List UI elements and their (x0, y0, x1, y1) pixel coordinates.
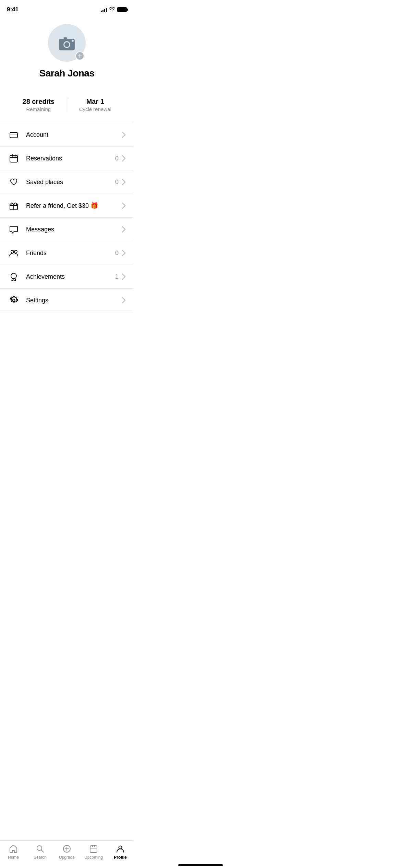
credits-label: Remaining (26, 106, 51, 112)
reservations-badge: 0 (115, 155, 119, 162)
svg-point-16 (11, 273, 16, 279)
saved-places-label: Saved places (26, 179, 113, 186)
status-icons (101, 7, 127, 13)
achievements-badge: 1 (115, 273, 119, 280)
message-icon (8, 224, 19, 235)
friends-chevron (122, 250, 125, 256)
account-label: Account (26, 131, 119, 138)
award-icon (8, 271, 19, 282)
refer-label: Refer a friend, Get $30 🎁 (26, 202, 119, 209)
friends-badge: 0 (115, 250, 119, 257)
stats-divider (67, 97, 67, 112)
refer-chevron (122, 203, 125, 209)
renewal-label: Cycle renewal (79, 106, 111, 112)
credits-value: 28 credits (23, 98, 54, 106)
svg-rect-7 (10, 155, 17, 162)
profile-section: Sarah Jonas (0, 17, 134, 89)
svg-point-4 (72, 40, 74, 42)
menu-item-reservations[interactable]: Reservations 0 (0, 147, 134, 170)
messages-chevron (122, 226, 125, 232)
credits-stat: 28 credits Remaining (14, 98, 63, 112)
battery-icon (117, 7, 127, 12)
svg-point-2 (64, 42, 69, 47)
calendar-icon (8, 153, 19, 164)
reservations-chevron (122, 155, 125, 161)
menu-item-saved-places[interactable]: Saved places 0 (0, 170, 134, 194)
svg-point-14 (11, 250, 14, 253)
friends-label: Friends (26, 250, 113, 257)
renewal-value: Mar 1 (86, 98, 104, 106)
reservations-label: Reservations (26, 155, 113, 162)
credit-card-icon (8, 129, 19, 140)
menu-item-settings[interactable]: Settings (0, 289, 134, 312)
gift-icon (8, 200, 19, 211)
signal-icon (101, 7, 107, 12)
profile-name: Sarah Jonas (39, 68, 94, 79)
stats-row: 28 credits Remaining Mar 1 Cycle renewal (0, 89, 134, 116)
add-photo-badge[interactable] (75, 51, 84, 60)
achievements-label: Achievements (26, 273, 113, 280)
menu-item-friends[interactable]: Friends 0 (0, 241, 134, 265)
menu-item-account[interactable]: Account (0, 123, 134, 147)
menu-item-messages[interactable]: Messages (0, 218, 134, 241)
menu-item-achievements[interactable]: Achievements 1 (0, 265, 134, 289)
account-chevron (122, 132, 125, 138)
settings-icon (8, 295, 19, 306)
menu-item-refer[interactable]: Refer a friend, Get $30 🎁 (0, 194, 134, 218)
status-bar: 9:41 (0, 0, 134, 17)
saved-places-badge: 0 (115, 179, 119, 186)
avatar-container[interactable] (48, 24, 86, 62)
heart-icon (8, 177, 19, 188)
menu-list: Account Reservations 0 Saved places 0 (0, 123, 134, 312)
messages-label: Messages (26, 226, 119, 233)
svg-point-15 (14, 250, 17, 253)
achievements-chevron (122, 274, 125, 280)
friends-icon (8, 248, 19, 258)
saved-places-chevron (122, 179, 125, 185)
settings-label: Settings (26, 297, 119, 304)
settings-chevron (122, 297, 125, 303)
renewal-stat: Mar 1 Cycle renewal (71, 98, 120, 112)
svg-rect-5 (10, 132, 17, 138)
wifi-icon (109, 7, 115, 13)
svg-rect-3 (64, 37, 67, 39)
status-time: 9:41 (7, 6, 19, 13)
